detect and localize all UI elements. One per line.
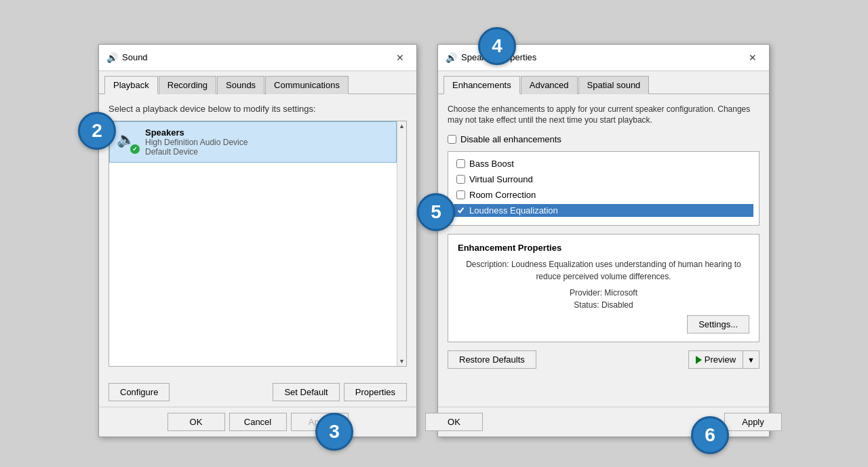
device-info: Speakers High Definition Audio Device De…	[145, 127, 248, 157]
restore-defaults-button[interactable]: Restore Defaults	[448, 350, 536, 369]
disable-all-checkbox[interactable]	[448, 135, 456, 144]
tab-playback[interactable]: Playback	[104, 76, 158, 94]
device-name: Speakers	[145, 127, 248, 138]
settings-btn-wrap: Settings...	[458, 315, 749, 333]
virtual-surround-checkbox[interactable]	[456, 175, 465, 184]
props-apply-button[interactable]: Apply	[724, 413, 782, 431]
sound-window: 🔊 Sound ✕ Playback Recording Sounds Comm…	[98, 44, 417, 437]
preview-dropdown-button[interactable]: ▼	[743, 350, 760, 369]
bass-boost-checkbox[interactable]	[456, 159, 465, 168]
enhancement-props-box: Enhancement Properties Description: Loud…	[448, 234, 760, 342]
play-icon	[696, 356, 702, 364]
scrollbar[interactable]: ▲ ▼	[397, 121, 406, 366]
step-5-badge: 5	[417, 193, 455, 231]
enhancement-description: Choose the enhancements to apply for you…	[448, 104, 760, 127]
configure-button[interactable]: Configure	[108, 383, 170, 401]
step-3-badge: 3	[315, 413, 353, 451]
tab-communications[interactable]: Communications	[265, 76, 349, 94]
set-default-button[interactable]: Set Default	[273, 383, 339, 401]
instruction-text: Select a playback device below to modify…	[108, 104, 407, 114]
speakers-device-item[interactable]: 🔈 ✓ Speakers High Definition Audio Devic…	[109, 121, 397, 163]
desc-value: Loudness Equalization uses understanding…	[511, 260, 741, 281]
title-bar-left: 🔊 Sound	[106, 52, 148, 64]
tab-recording[interactable]: Recording	[159, 76, 216, 94]
loudness-eq-label: Loudness Equalization	[469, 205, 558, 216]
sound-title-bar: 🔊 Sound ✕	[99, 45, 416, 71]
bass-boost-row: Bass Boost	[454, 157, 753, 170]
status-row: Status: Disabled	[458, 300, 749, 310]
ok-cancel-bar: OK Cancel Apply	[99, 407, 416, 436]
preview-button[interactable]: Preview	[688, 350, 743, 369]
props-desc: Description: Loudness Equalization uses …	[458, 258, 749, 283]
tab-spatial-sound[interactable]: Spatial sound	[578, 76, 650, 94]
provider-value: Microsoft	[604, 288, 637, 298]
step-2-badge: 2	[78, 112, 116, 150]
step-4-badge: 4	[478, 27, 516, 65]
status-label: Status:	[574, 300, 601, 310]
tab-sounds[interactable]: Sounds	[217, 76, 264, 94]
loudness-eq-row[interactable]: Loudness Equalization	[454, 204, 753, 217]
room-correction-label: Room Correction	[469, 190, 536, 200]
loudness-eq-checkbox[interactable]	[456, 206, 465, 215]
device-sub1: High Definition Audio Device	[145, 138, 248, 147]
device-list: 🔈 ✓ Speakers High Definition Audio Devic…	[109, 121, 397, 366]
restore-preview-row: Restore Defaults Preview ▼	[448, 350, 760, 369]
props-close-button[interactable]: ✕	[743, 50, 762, 65]
desc-label: Description:	[466, 260, 511, 269]
enhancement-props-title: Enhancement Properties	[458, 243, 749, 253]
provider-label: Provider:	[570, 288, 604, 298]
disable-all-row: Disable all enhancements	[448, 134, 760, 144]
preview-btn-group: Preview ▼	[688, 350, 760, 369]
sound-content: Select a playback device below to modify…	[99, 94, 416, 383]
device-list-container: 🔈 ✓ Speakers High Definition Audio Devic…	[108, 121, 407, 367]
tab-advanced[interactable]: Advanced	[521, 76, 578, 94]
provider-row: Provider: Microsoft	[458, 288, 749, 298]
room-correction-checkbox[interactable]	[456, 190, 465, 199]
room-correction-row: Room Correction	[454, 188, 753, 201]
properties-button[interactable]: Properties	[344, 383, 407, 401]
preview-label: Preview	[705, 354, 736, 365]
status-value: Disabled	[601, 300, 633, 310]
sound-window-title: Sound	[122, 52, 148, 62]
enhancement-list-box: Bass Boost Virtual Surround Room Correct…	[448, 151, 760, 226]
device-sub2: Default Device	[145, 147, 248, 157]
sound-window-icon: 🔊	[106, 52, 118, 64]
props-ok-button[interactable]: OK	[425, 413, 483, 431]
right-buttons: Set Default Properties	[273, 383, 407, 401]
settings-button[interactable]: Settings...	[687, 315, 749, 333]
default-check-badge: ✓	[130, 144, 140, 154]
device-icon-wrap: 🔈 ✓	[117, 131, 138, 153]
bass-boost-label: Bass Boost	[469, 159, 514, 169]
properties-window: 🔊 Speaker Properties ✕ Enhancements Adva…	[437, 44, 770, 437]
ok-button[interactable]: OK	[167, 413, 225, 431]
props-window-icon: 🔊	[445, 52, 457, 64]
sound-tab-bar: Playback Recording Sounds Communications	[99, 71, 416, 94]
virtual-surround-row: Virtual Surround	[454, 173, 753, 186]
props-tab-bar: Enhancements Advanced Spatial sound	[438, 71, 769, 94]
tab-enhancements[interactable]: Enhancements	[443, 76, 520, 94]
step-6-badge: 6	[691, 416, 729, 454]
sound-close-button[interactable]: ✕	[391, 50, 410, 65]
action-buttons: Configure Set Default Properties	[99, 383, 416, 407]
cancel-button[interactable]: Cancel	[229, 413, 287, 431]
disable-all-label: Disable all enhancements	[460, 134, 561, 144]
props-content: Choose the enhancements to apply for you…	[438, 94, 769, 407]
virtual-surround-label: Virtual Surround	[469, 174, 533, 184]
